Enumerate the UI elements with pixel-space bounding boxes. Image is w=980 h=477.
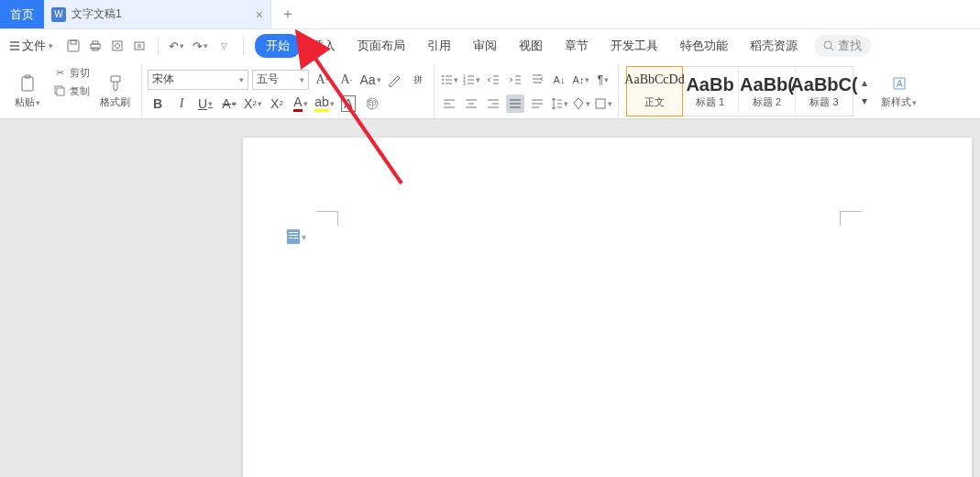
print-preview-icon[interactable] (108, 37, 127, 55)
style-label: 标题 2 (753, 95, 781, 113)
change-case-icon[interactable]: Aa▾ (360, 70, 380, 90)
align-center-icon[interactable] (462, 94, 480, 113)
tab-page-layout[interactable]: 页面布局 (347, 34, 416, 58)
dropdown-icon[interactable]: ▽ (214, 37, 234, 55)
style-heading1[interactable]: AaBb 标题 1 (682, 67, 739, 116)
tab-sections[interactable]: 章节 (554, 34, 600, 58)
tab-features[interactable]: 特色功能 (669, 34, 739, 58)
tab-review[interactable]: 审阅 (462, 34, 508, 58)
tab-start[interactable]: 开始 (255, 34, 301, 58)
font-name-select[interactable]: 宋体▾ (148, 70, 248, 90)
align-justify-icon[interactable] (506, 94, 524, 113)
circled-char-icon[interactable]: ㊞ (362, 94, 382, 114)
svg-rect-1 (71, 40, 76, 44)
phonetic-icon[interactable]: 拼 (408, 70, 428, 90)
style-heading3[interactable]: AaBbC( 标题 3 (796, 67, 853, 116)
tab-home[interactable]: 首页 (0, 0, 44, 28)
line-spacing-icon[interactable]: ▾ (550, 94, 568, 113)
svg-rect-3 (93, 41, 98, 44)
svg-point-14 (442, 79, 444, 81)
file-menu-label: 文件 (22, 38, 46, 54)
style-scroll-down-icon[interactable]: ▾ (855, 92, 874, 110)
font-color-icon[interactable]: A▾ (291, 94, 311, 114)
save-icon[interactable] (64, 37, 83, 55)
tab-document-label: 文字文稿1 (72, 6, 256, 22)
shrink-font-icon[interactable]: A- (336, 70, 357, 90)
svg-text:3: 3 (463, 81, 466, 86)
increase-indent-icon[interactable] (506, 71, 524, 89)
svg-point-15 (442, 83, 444, 84)
align-distribute-icon[interactable] (528, 94, 546, 113)
superscript-icon[interactable]: X2▾ (243, 94, 263, 114)
print-direct-icon[interactable] (130, 37, 149, 55)
styles-group: AaBbCcDd 正文 AaBb 标题 1 AaBb( 标题 2 AaBbC( … (619, 64, 922, 118)
tab-developer[interactable]: 开发工具 (600, 34, 669, 58)
decrease-indent-icon[interactable] (484, 71, 502, 89)
strike-icon[interactable]: A▾ (219, 94, 239, 114)
format-painter-label: 格式刷 (100, 95, 130, 109)
style-normal[interactable]: AaBbCcDd 正文 (626, 66, 683, 116)
svg-rect-7 (135, 42, 144, 50)
subscript-icon[interactable]: X2 (267, 94, 287, 114)
redo-icon[interactable]: ↷▾ (190, 37, 210, 55)
svg-text:A: A (897, 79, 903, 89)
show-marks-icon[interactable]: ¶▾ (594, 71, 612, 89)
brush-icon (105, 73, 126, 94)
svg-point-13 (442, 75, 444, 77)
chevron-down-icon: ▾ (302, 232, 306, 242)
new-style-button[interactable]: A 新样式▾ (875, 64, 922, 118)
svg-rect-5 (113, 41, 122, 50)
borders-icon[interactable]: ▾ (594, 94, 612, 113)
shading-icon[interactable]: ▾ (572, 94, 590, 113)
line-spacing-top-icon[interactable] (528, 71, 546, 89)
copy-label: 复制 (70, 84, 90, 98)
cut-label: 剪切 (70, 66, 90, 80)
word-doc-icon: W (51, 7, 66, 22)
paste-button[interactable]: 粘贴▾ (9, 64, 46, 118)
tab-view[interactable]: 视图 (508, 34, 554, 58)
tab-references[interactable]: 引用 (416, 34, 462, 58)
style-gallery: AaBbCcDd 正文 AaBb 标题 1 AaBb( 标题 2 AaBbC( … (626, 66, 853, 116)
tab-resources[interactable]: 稻壳资源 (739, 34, 809, 58)
copy-button[interactable]: 复制 (50, 83, 93, 99)
close-tab-icon[interactable]: × (256, 7, 263, 22)
document-tabs: 首页 W 文字文稿1 × ＋ (0, 0, 980, 29)
grow-font-icon[interactable]: A+ (313, 70, 333, 90)
clipboard-group: 粘贴▾ ✂剪切 复制 格式刷 (4, 64, 142, 118)
print-icon[interactable] (86, 37, 105, 55)
search-icon (823, 40, 834, 51)
align-right-icon[interactable] (484, 94, 502, 113)
numbering-icon[interactable]: 123▾ (462, 71, 480, 89)
bold-icon[interactable]: B (148, 94, 168, 114)
margin-marker-top-right (840, 211, 862, 226)
style-scroll-up-icon[interactable]: ▴ (855, 73, 874, 92)
tab-insert[interactable]: 插入 (301, 34, 347, 58)
document-area: ▾ (0, 119, 980, 477)
font-size-select[interactable]: 五号▾ (252, 70, 309, 90)
format-painter-button[interactable]: 格式刷 (94, 64, 136, 118)
text-direction-icon[interactable]: A↓ (550, 71, 568, 89)
file-menu[interactable]: 文件 ▾ (4, 38, 59, 54)
search-box[interactable]: 查找 (814, 35, 871, 57)
document-smart-tag[interactable]: ▾ (287, 229, 306, 244)
clear-format-icon[interactable] (384, 70, 404, 90)
char-border-icon[interactable]: A (338, 94, 358, 114)
tab-document[interactable]: W 文字文稿1 × (44, 0, 271, 28)
italic-icon[interactable]: I (171, 94, 192, 114)
doc-tag-icon (287, 229, 300, 244)
new-tab-button[interactable]: ＋ (271, 0, 304, 28)
align-left-icon[interactable] (440, 94, 458, 113)
underline-icon[interactable]: U▾ (195, 94, 215, 114)
bullets-icon[interactable]: ▾ (440, 71, 458, 89)
undo-icon[interactable]: ↶▾ (166, 37, 186, 55)
cut-button[interactable]: ✂剪切 (50, 64, 93, 81)
undo-redo: ↶▾ ↷▾ ▽ (166, 37, 244, 55)
sort-icon[interactable]: A↕▾ (572, 71, 590, 89)
ribbon-toolbar: 粘贴▾ ✂剪切 复制 格式刷 宋体▾ 五号▾ A+ A- Aa▾ 拼 B I U… (0, 62, 980, 119)
document-page[interactable]: ▾ (243, 138, 972, 477)
menu-bar: 文件 ▾ ↶▾ ↷▾ ▽ 开始 插入 页面布局 引用 审阅 视图 章节 开发工具… (0, 29, 980, 62)
new-style-label: 新样式▾ (881, 95, 917, 109)
style-label: 标题 3 (809, 95, 838, 113)
svg-point-6 (116, 44, 120, 49)
highlight-icon[interactable]: ab▾ (314, 94, 335, 114)
